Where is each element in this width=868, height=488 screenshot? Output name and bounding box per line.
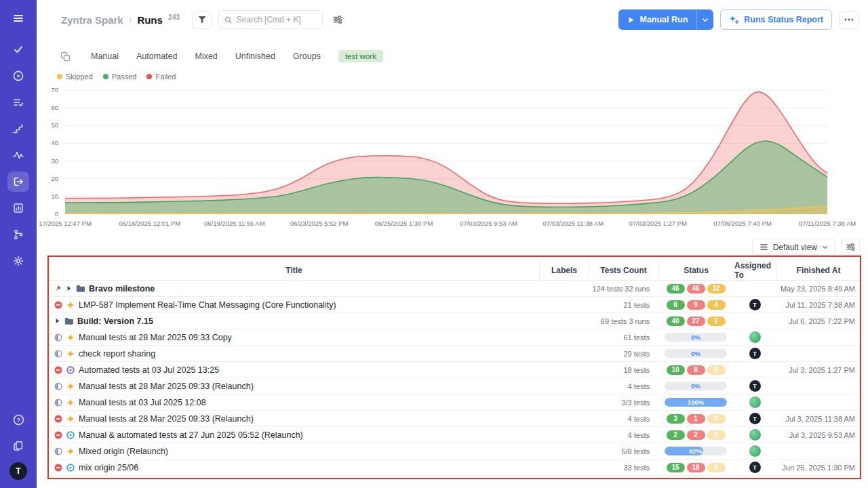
assignee-avatar[interactable] <box>749 331 761 343</box>
tab-mixed[interactable]: Mixed <box>195 52 217 61</box>
status-cell: 62% <box>658 447 734 455</box>
menu-icon[interactable] <box>7 8 29 28</box>
assignee-avatar[interactable]: T <box>749 348 761 359</box>
table-row[interactable]: Manual & automated tests at 27 Jun 2025 … <box>49 427 861 443</box>
manual-run-button[interactable]: Manual Run <box>618 9 696 30</box>
in-progress-status-icon <box>54 382 62 390</box>
tests-count: 61 tests <box>589 333 658 342</box>
progress-bar: 100% <box>665 398 727 407</box>
in-progress-status-icon <box>54 350 62 358</box>
column-assigned-to[interactable]: Assigned To <box>734 261 776 280</box>
failed-dot-icon <box>146 74 152 79</box>
table-row[interactable]: mix origin 25/0633 tests15180TJun 25, 20… <box>49 460 861 476</box>
run-title[interactable]: Manual tests at 28 Mar 2025 09:33 (Relau… <box>79 414 254 424</box>
run-title[interactable]: Bravo milestone <box>89 284 155 293</box>
run-title-cell: Manual tests at 28 Mar 2025 09:33 (Relau… <box>49 382 539 391</box>
tab-manual[interactable]: Manual <box>91 52 119 61</box>
run-title[interactable]: Build: Version 7.15 <box>77 317 153 326</box>
run-title[interactable]: Manual tests at 03 Jul 2025 12:08 <box>79 398 206 407</box>
table-row[interactable]: check report sharing29 tests0%T <box>49 346 861 362</box>
more-actions-button[interactable] <box>839 11 859 29</box>
status-cell: 464632 <box>658 284 734 293</box>
passed-badge: 8 <box>667 300 685 310</box>
finished-at: Jul 11, 2025 7:38 AM <box>776 301 861 309</box>
svg-text:06/25/2025 1:30 PM: 06/25/2025 1:30 PM <box>375 220 433 227</box>
tests-count: 29 tests <box>589 350 658 358</box>
assignee-avatar[interactable]: T <box>749 299 761 310</box>
tag-test-work[interactable]: test work <box>338 50 383 62</box>
runs-status-report-button[interactable]: Runs Status Report <box>720 9 832 30</box>
automated-icon <box>66 366 75 374</box>
run-title[interactable]: mix origin 25/06 <box>79 463 138 472</box>
svg-text:50: 50 <box>51 121 58 129</box>
table-row[interactable]: Manual tests at 03 Jul 2025 12:083/3 tes… <box>49 394 861 411</box>
run-title[interactable]: LMP-587 Implement Real-Time Chat Messagi… <box>79 300 336 310</box>
column-title[interactable]: Title <box>49 261 539 280</box>
test-cases-icon[interactable] <box>7 92 29 113</box>
assigned-cell: T <box>734 380 776 392</box>
search-settings-button[interactable] <box>330 11 346 29</box>
table-row[interactable]: Manual tests at 28 Mar 2025 09:33 (Relau… <box>49 378 861 394</box>
select-all-icon[interactable] <box>57 47 73 66</box>
assigned-cell <box>734 429 776 441</box>
in-progress-status-icon <box>54 399 62 407</box>
tab-unfinished[interactable]: Unfinished <box>235 52 275 61</box>
milestones-icon[interactable] <box>7 119 29 139</box>
table-row[interactable]: LMP-587 Implement Real-Time Chat Messagi… <box>49 297 861 313</box>
pin-icon <box>54 285 62 292</box>
table-row[interactable]: Bravo milestone124 tests 32 runs464632Ma… <box>49 281 861 297</box>
passed-dot-icon <box>103 74 108 79</box>
column-finished-at[interactable]: Finished At <box>776 261 861 280</box>
table-row[interactable]: Mixed origin (Relaunch)5/8 tests62% <box>49 443 861 460</box>
table-settings-button[interactable] <box>841 239 860 256</box>
help-icon[interactable]: ? <box>7 409 29 430</box>
chevron-down-icon <box>702 17 709 23</box>
assignee-avatar[interactable] <box>749 445 761 457</box>
column-labels[interactable]: Labels <box>539 261 589 280</box>
assignee-avatar[interactable]: T <box>749 380 761 392</box>
passed-badge: 10 <box>667 365 685 375</box>
runs-icon[interactable] <box>7 171 29 192</box>
expand-caret-icon[interactable] <box>66 285 72 291</box>
breadcrumb-project[interactable]: Zyntra Spark <box>61 14 123 26</box>
assignee-avatar[interactable]: T <box>749 413 761 424</box>
table-row[interactable]: Automated tests at 03 Jul 2025 13:2518 t… <box>49 362 861 378</box>
manual-run-dropdown-button[interactable] <box>696 9 713 30</box>
run-title-cell: mix origin 25/06 <box>49 463 539 472</box>
filter-button[interactable] <box>192 11 212 29</box>
run-title[interactable]: Automated tests at 03 Jul 2025 13:25 <box>79 365 219 375</box>
table-row[interactable]: Manual tests at 28 Mar 2025 09:33 Copy61… <box>49 329 861 346</box>
assignee-avatar[interactable] <box>749 429 761 441</box>
tab-automated[interactable]: Automated <box>136 52 177 61</box>
tests-icon[interactable] <box>7 39 29 60</box>
runs-overview-icon[interactable] <box>7 66 29 86</box>
expand-caret-icon[interactable] <box>54 318 60 324</box>
column-status[interactable]: Status <box>658 261 734 280</box>
tab-groups[interactable]: Groups <box>293 52 321 61</box>
run-title[interactable]: Manual tests at 28 Mar 2025 09:33 (Relau… <box>79 382 254 391</box>
progress-bar: 0% <box>665 349 727 358</box>
reports-icon[interactable] <box>7 198 29 218</box>
run-title[interactable]: Manual & automated tests at 27 Jun 2025 … <box>79 430 303 440</box>
settings-gear-icon[interactable] <box>7 251 29 271</box>
search-icon <box>224 16 232 24</box>
manual-run-split-button: Manual Run <box>618 9 713 30</box>
run-title[interactable]: Mixed origin (Relaunch) <box>79 447 168 456</box>
default-view-button[interactable]: Default view <box>752 239 835 256</box>
table-row[interactable]: Build: Version 7.1569 tests 3 runs40272J… <box>49 313 861 329</box>
run-title[interactable]: check report sharing <box>79 349 155 359</box>
tests-count: 4 tests <box>589 431 658 439</box>
search-input[interactable] <box>237 15 317 24</box>
manual-run-label: Manual Run <box>639 15 688 24</box>
failed-badge: 27 <box>687 317 705 326</box>
skipped-badge: 0 <box>707 463 726 472</box>
assignee-avatar[interactable]: T <box>749 462 761 473</box>
user-avatar[interactable]: T <box>9 462 27 480</box>
activity-icon[interactable] <box>7 145 29 165</box>
column-tests-count[interactable]: Tests Count <box>589 261 658 280</box>
table-row[interactable]: Manual tests at 28 Mar 2025 09:33 (Relau… <box>49 411 861 427</box>
run-title[interactable]: Manual tests at 28 Mar 2025 09:33 Copy <box>79 333 232 342</box>
assignee-avatar[interactable] <box>749 396 761 408</box>
workflows-icon[interactable] <box>7 224 29 245</box>
documents-icon[interactable] <box>7 436 29 456</box>
